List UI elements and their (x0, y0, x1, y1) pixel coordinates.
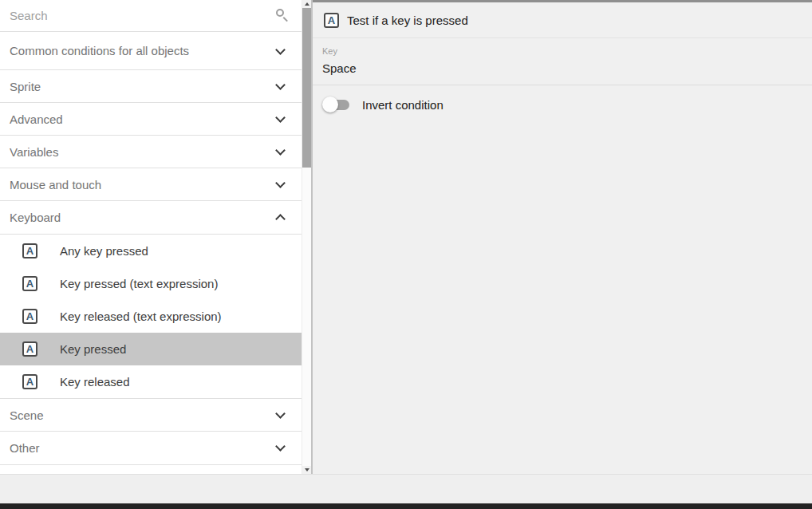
search-icon (276, 9, 289, 22)
list-item-key-pressed[interactable]: A Key pressed (0, 333, 302, 365)
key-field-value[interactable]: Space (322, 61, 812, 85)
list-item-key-released[interactable]: A Key released (0, 365, 302, 398)
chevron-down-icon (275, 145, 286, 156)
triangle-down-icon (305, 468, 309, 472)
section-mouse-and-touch[interactable]: Mouse and touch (0, 168, 302, 201)
keyboard-key-icon: A (22, 374, 37, 389)
invert-condition-toggle[interactable] (322, 97, 349, 112)
triangle-up-icon (305, 2, 309, 6)
section-advanced[interactable]: Advanced (0, 103, 302, 136)
section-variables[interactable]: Variables (0, 136, 302, 168)
chevron-down-icon (275, 408, 286, 419)
bottom-bar (0, 503, 812, 509)
sidebar-scrollbar[interactable] (302, 0, 311, 474)
condition-editor-panel: A Test if a key is pressed Key Space Inv… (313, 0, 812, 474)
chevron-down-icon (275, 178, 286, 188)
toggle-knob (322, 97, 338, 112)
search-input[interactable] (0, 0, 255, 31)
section-label: Variables (0, 145, 58, 159)
dialog-body: Common conditions for all objects Sprite… (0, 0, 812, 474)
list-item-label: Key released (60, 375, 130, 389)
scrollbar-thumb[interactable] (302, 8, 311, 168)
section-label: Sprite (0, 80, 41, 93)
key-field-label: Key (322, 46, 812, 56)
list-item-label: Key pressed (60, 342, 126, 356)
chevron-up-icon (275, 214, 286, 224)
chevron-down-icon (275, 112, 286, 123)
condition-title: Test if a key is pressed (347, 14, 468, 27)
section-label: Advanced (0, 112, 63, 126)
section-common-conditions[interactable]: Common conditions for all objects (0, 32, 302, 70)
scrollbar-down-button[interactable] (302, 466, 311, 474)
instruction-sidebar: Common conditions for all objects Sprite… (0, 0, 311, 474)
invert-condition-row: Invert condition (313, 85, 812, 112)
chevron-down-icon (275, 80, 286, 90)
section-label: Mouse and touch (0, 178, 101, 191)
search-icon-handle (283, 17, 288, 22)
search-icon-lens (276, 9, 284, 17)
section-sprite[interactable]: Sprite (0, 70, 302, 103)
list-item-label: Key pressed (text expression) (60, 277, 218, 290)
list-item-label: Key released (text expression) (60, 310, 222, 323)
keyboard-key-icon: A (22, 243, 37, 258)
keyboard-key-icon: A (22, 341, 37, 357)
keyboard-key-icon: A (22, 276, 37, 291)
list-clipped-row (0, 465, 302, 474)
dialog-footer (0, 474, 812, 503)
section-label: Other (0, 441, 40, 455)
section-other[interactable]: Other (0, 432, 302, 465)
new-condition-dialog: Common conditions for all objects Sprite… (0, 0, 812, 509)
list-item-key-released-text-expression[interactable]: A Key released (text expression) (0, 300, 302, 333)
keyboard-key-icon: A (324, 13, 339, 28)
search-field (0, 0, 302, 32)
section-label: Keyboard (0, 211, 61, 224)
chevron-down-icon (275, 45, 286, 55)
keyboard-items-list: A Any key pressed A Key pressed (text ex… (0, 235, 302, 399)
section-label: Scene (0, 408, 44, 422)
section-scene[interactable]: Scene (0, 399, 302, 432)
section-keyboard[interactable]: Keyboard (0, 201, 302, 235)
invert-condition-label: Invert condition (362, 98, 443, 112)
list-item-label: Any key pressed (60, 244, 148, 258)
condition-header: A Test if a key is pressed (313, 2, 812, 38)
list-item-key-pressed-text-expression[interactable]: A Key pressed (text expression) (0, 267, 302, 300)
list-item-any-key-pressed[interactable]: A Any key pressed (0, 235, 302, 267)
section-label: Common conditions for all objects (0, 44, 189, 57)
keyboard-key-icon: A (22, 309, 37, 324)
key-field[interactable]: Key Space (313, 38, 812, 85)
instruction-list: Common conditions for all objects Sprite… (0, 0, 302, 474)
chevron-down-icon (275, 441, 286, 452)
scrollbar-up-button[interactable] (302, 0, 311, 8)
